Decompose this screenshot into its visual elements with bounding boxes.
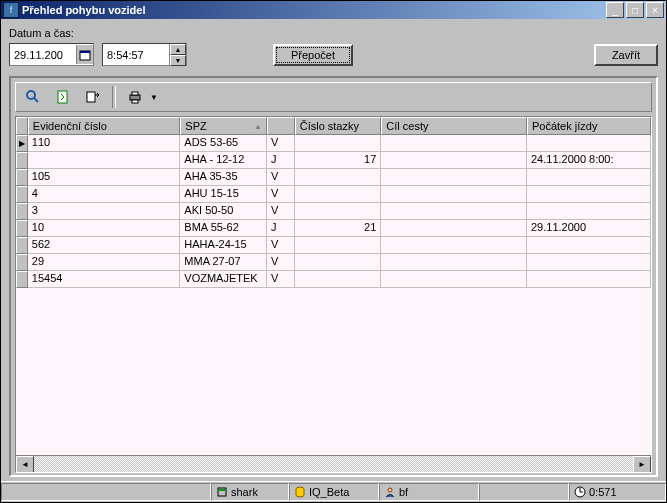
cell-ev: 29 <box>28 254 181 271</box>
scroll-track[interactable] <box>34 456 633 472</box>
search-icon[interactable] <box>20 85 46 109</box>
spin-up-button[interactable]: ▲ <box>170 44 186 55</box>
date-input[interactable] <box>10 47 76 63</box>
minimize-button[interactable]: _ <box>606 2 624 18</box>
scroll-right-button[interactable]: ► <box>633 456 651 473</box>
data-grid[interactable]: Evidenční číslo SPZ▲ Číslo stazky Cíl ce… <box>15 116 652 473</box>
row-selector[interactable] <box>16 220 28 237</box>
row-selector[interactable]: ▶ <box>16 135 28 152</box>
cell-stazka <box>295 186 382 203</box>
print-icon[interactable] <box>122 85 148 109</box>
row-selector[interactable] <box>16 271 28 288</box>
cell-pocatek <box>527 254 651 271</box>
cell-cil <box>381 152 527 169</box>
row-selector[interactable] <box>16 254 28 271</box>
cell-ev: 15454 <box>28 271 181 288</box>
col-stazka[interactable]: Číslo stazky <box>295 117 382 135</box>
user-icon <box>384 486 396 498</box>
cell-cil <box>381 254 527 271</box>
row-selector[interactable] <box>16 237 28 254</box>
cell-ev: 110 <box>28 135 181 152</box>
datetime-label: Datum a čas: <box>9 27 658 39</box>
row-selector[interactable] <box>16 203 28 220</box>
status-panel-empty1 <box>1 483 211 501</box>
col-evidencni[interactable]: Evidenční číslo <box>28 117 181 135</box>
table-row[interactable]: 3AKI 50-50V <box>16 203 651 220</box>
toolbar-separator <box>112 86 116 108</box>
cell-spz: AHA - 12-12 <box>180 152 267 169</box>
cell-pocatek <box>527 271 651 288</box>
cell-spz: BMA 55-62 <box>180 220 267 237</box>
col-spz[interactable]: SPZ▲ <box>180 117 267 135</box>
date-picker[interactable] <box>9 43 94 66</box>
col-pocatek[interactable]: Počátek jízdy <box>527 117 651 135</box>
status-panel-empty2 <box>479 483 569 501</box>
cell-pocatek <box>527 237 651 254</box>
app-icon: f <box>3 2 19 18</box>
cell-stazka: 17 <box>295 152 382 169</box>
table-row[interactable]: 4AHU 15-15V <box>16 186 651 203</box>
table-row[interactable]: 29MMA 27-07V <box>16 254 651 271</box>
titlebar: f Přehled pohybu vozidel _ □ × <box>1 1 666 19</box>
cell-stazka <box>295 254 382 271</box>
cell-stazka <box>295 203 382 220</box>
cell-stazka <box>295 169 382 186</box>
cell-cil <box>381 271 527 288</box>
grid-panel: ▼ Evidenční číslo SPZ▲ Číslo stazky Cíl … <box>9 76 658 477</box>
cell-spz: AHU 15-15 <box>180 186 267 203</box>
svg-rect-6 <box>130 95 140 100</box>
table-row[interactable]: 562HAHA-24-15V <box>16 237 651 254</box>
svg-point-2 <box>27 91 35 99</box>
cell-ev <box>28 152 181 169</box>
window-title: Přehled pohybu vozidel <box>22 4 604 16</box>
print-dropdown-icon[interactable]: ▼ <box>150 93 158 102</box>
recalc-button[interactable]: Přepočet <box>273 44 353 66</box>
row-selector[interactable] <box>16 186 28 203</box>
close-button[interactable]: Zavřít <box>594 44 658 66</box>
svg-rect-4 <box>58 91 67 103</box>
col-cil[interactable]: Cíl cesty <box>381 117 527 135</box>
cell-stazka <box>295 135 382 152</box>
cell-ev: 10 <box>28 220 181 237</box>
calendar-icon[interactable] <box>76 45 93 64</box>
row-selector-header <box>16 117 28 135</box>
status-panel-timer: 0:571 <box>569 483 666 501</box>
table-row[interactable]: 105AHA 35-35V <box>16 169 651 186</box>
table-row[interactable]: ▶110ADS 53-65V <box>16 135 651 152</box>
cell-type: V <box>267 254 295 271</box>
svg-rect-5 <box>87 92 95 102</box>
cell-ev: 562 <box>28 237 181 254</box>
cell-spz: AHA 35-35 <box>180 169 267 186</box>
close-window-button[interactable]: × <box>646 2 664 18</box>
cell-pocatek: 29.11.2000 <box>527 220 651 237</box>
cell-spz: HAHA-24-15 <box>180 237 267 254</box>
cell-cil <box>381 203 527 220</box>
spin-down-button[interactable]: ▼ <box>170 55 186 66</box>
cell-pocatek <box>527 169 651 186</box>
cell-spz: AKI 50-50 <box>180 203 267 220</box>
cell-cil <box>381 220 527 237</box>
col-type[interactable] <box>267 117 295 135</box>
grid-body: ▶110ADS 53-65VAHA - 12-12J1724.11.2000 8… <box>16 135 651 455</box>
scroll-left-button[interactable]: ◄ <box>16 456 34 473</box>
grid-toolbar: ▼ <box>15 82 652 112</box>
table-row[interactable]: 10BMA 55-62J2129.11.2000 <box>16 220 651 237</box>
grid-header: Evidenční číslo SPZ▲ Číslo stazky Cíl ce… <box>16 117 651 135</box>
svg-rect-10 <box>219 489 225 491</box>
table-row[interactable]: AHA - 12-12J1724.11.2000 8:00: <box>16 152 651 169</box>
svg-rect-1 <box>80 51 90 53</box>
time-picker[interactable]: ▲ ▼ <box>102 43 187 66</box>
refresh-icon[interactable] <box>50 85 76 109</box>
export-icon[interactable] <box>80 85 106 109</box>
time-input[interactable] <box>103 47 169 63</box>
status-panel-db: IQ_Beta <box>289 483 379 501</box>
horizontal-scrollbar[interactable]: ◄ ► <box>16 455 651 472</box>
row-selector[interactable] <box>16 169 28 186</box>
table-row[interactable]: 15454VOZMAJETEKV <box>16 271 651 288</box>
status-panel-user: bf <box>379 483 479 501</box>
row-selector[interactable] <box>16 152 28 169</box>
maximize-button[interactable]: □ <box>626 2 644 18</box>
cell-spz: MMA 27-07 <box>180 254 267 271</box>
cell-type: V <box>267 135 295 152</box>
cell-type: V <box>267 271 295 288</box>
